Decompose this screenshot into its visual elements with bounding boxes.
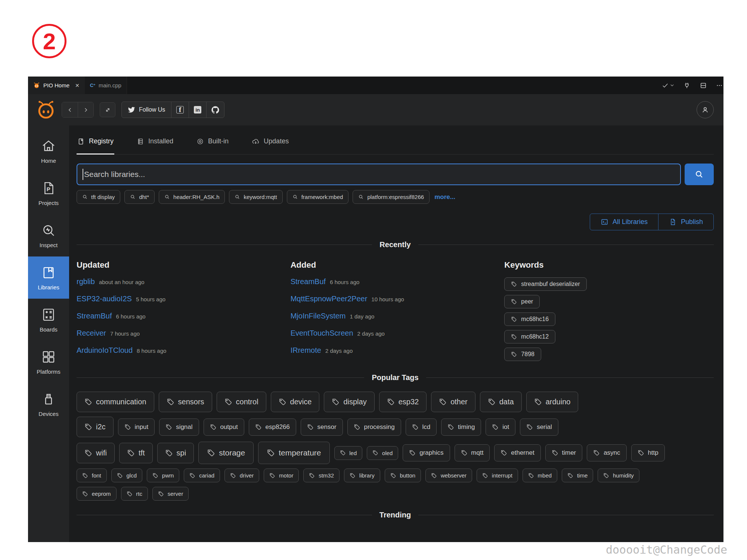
popular-tag-chip[interactable]: pwm — [147, 469, 179, 482]
popular-tag-chip[interactable]: time — [562, 469, 593, 482]
library-name-link[interactable]: MqttEspnowPeer2Peer — [291, 295, 368, 303]
search-example-chip[interactable]: keyword:mqtt — [229, 190, 282, 204]
sidebar-item-home[interactable]: Home — [28, 130, 69, 172]
expand-button[interactable] — [100, 102, 115, 117]
popular-tag-chip[interactable]: processing — [347, 419, 401, 436]
popular-tag-chip[interactable]: button — [385, 469, 421, 482]
tab-installed[interactable]: Installed — [136, 134, 174, 154]
popular-tag-chip[interactable]: iot — [486, 419, 515, 436]
popular-tag-chip[interactable]: tft — [119, 443, 153, 463]
sidebar-item-boards[interactable]: Boards — [28, 299, 69, 341]
popular-tag-chip[interactable]: temperature — [258, 442, 329, 464]
popular-tag-chip[interactable]: async — [587, 444, 626, 461]
all-libraries-button[interactable]: All Libraries — [590, 214, 658, 230]
popular-tag-chip[interactable]: eeprom — [77, 487, 117, 501]
popular-tag-chip[interactable]: stm32 — [303, 469, 340, 482]
popular-tag-chip[interactable]: sensor — [301, 419, 343, 436]
more-actions-button[interactable] — [716, 82, 723, 89]
popular-tag-chip[interactable]: led — [334, 446, 363, 460]
popular-tag-chip[interactable]: motor — [264, 469, 299, 482]
tab-pio-home[interactable]: PIO Home ✕ — [28, 77, 85, 94]
popular-tag-chip[interactable]: font — [77, 469, 107, 482]
publish-button[interactable]: Publish — [658, 214, 713, 230]
keyword-chip[interactable]: peer — [504, 295, 540, 308]
popular-tag-chip[interactable]: esp32 — [379, 392, 427, 412]
library-name-link[interactable]: MjoInFileSystem — [291, 312, 346, 320]
close-icon[interactable]: ✕ — [75, 83, 80, 88]
forward-button[interactable] — [78, 102, 93, 117]
library-name-link[interactable]: Receiver — [77, 329, 106, 337]
library-name-link[interactable]: rgblib — [77, 277, 95, 286]
popular-tag-chip[interactable]: http — [631, 444, 665, 461]
popular-tag-chip[interactable]: serial — [520, 419, 558, 436]
popular-tag-chip[interactable]: mqtt — [455, 444, 490, 461]
library-name-link[interactable]: ArduinoIoTCloud — [77, 346, 133, 354]
popular-tag-chip[interactable]: storage — [198, 442, 254, 464]
tab-registry[interactable]: Registry — [77, 134, 114, 154]
library-name-link[interactable]: IRremote — [291, 346, 321, 354]
popular-tag-chip[interactable]: device — [271, 392, 320, 412]
popular-tag-chip[interactable]: ethernet — [494, 444, 540, 461]
popular-tag-chip[interactable]: communication — [77, 392, 154, 412]
keyword-chip[interactable]: 7898 — [504, 348, 541, 361]
popular-tag-chip[interactable]: oled — [367, 446, 398, 460]
sidebar-item-projects[interactable]: P Projects — [28, 172, 69, 214]
popular-tag-chip[interactable]: webserver — [425, 469, 472, 482]
library-name-link[interactable]: ESP32-audioI2S — [77, 295, 132, 303]
search-example-chip[interactable]: tft display — [77, 190, 120, 204]
popular-tag-chip[interactable]: humidity — [598, 469, 639, 482]
popular-tag-chip[interactable]: driver — [224, 469, 259, 482]
popular-tag-chip[interactable]: cariad — [184, 469, 220, 482]
popular-tag-chip[interactable]: esp8266 — [249, 419, 296, 436]
popular-tag-chip[interactable]: timer — [545, 444, 583, 461]
keyword-chip[interactable]: streambuf deserializer — [504, 277, 586, 291]
popular-tag-chip[interactable]: wifi — [77, 443, 115, 463]
github-button[interactable] — [206, 102, 224, 118]
popular-tag-chip[interactable]: mbed — [523, 469, 557, 482]
library-name-link[interactable]: StreamBuf — [77, 312, 112, 320]
tab-updates[interactable]: Updates — [251, 134, 289, 154]
library-name-link[interactable]: EventTouchScreen — [291, 329, 353, 337]
search-button[interactable] — [685, 164, 714, 185]
keyword-chip[interactable]: mc68hc12 — [504, 330, 555, 343]
popular-tag-chip[interactable]: i2c — [77, 417, 114, 437]
popular-tag-chip[interactable]: control — [217, 392, 266, 412]
back-button[interactable] — [62, 102, 78, 117]
popular-tag-chip[interactable]: sensors — [159, 392, 212, 412]
more-link[interactable]: more... — [434, 193, 455, 201]
popular-tag-chip[interactable]: signal — [159, 419, 199, 436]
popular-tag-chip[interactable]: output — [204, 419, 244, 436]
account-button[interactable] — [697, 101, 714, 118]
popular-tag-chip[interactable]: interrupt — [477, 469, 518, 482]
search-example-chip[interactable]: header:RH_ASK.h — [159, 190, 225, 204]
popular-tag-chip[interactable]: rtc — [121, 487, 148, 501]
popular-tag-chip[interactable]: server — [152, 487, 189, 501]
popular-tag-chip[interactable]: lcd — [406, 419, 437, 436]
library-name-link[interactable]: StreamBuf — [291, 277, 326, 286]
linkedin-button[interactable]: in — [189, 102, 206, 118]
popular-tag-chip[interactable]: timing — [441, 419, 481, 436]
popular-tag-chip[interactable]: glcd — [111, 469, 142, 482]
popular-tag-chip[interactable]: spi — [157, 443, 194, 463]
search-example-chip[interactable]: platform:espressif8266 — [353, 190, 430, 204]
popular-tag-chip[interactable]: other — [431, 392, 475, 412]
search-example-chip[interactable]: dht* — [124, 190, 155, 204]
sidebar-item-inspect[interactable]: Inspect — [28, 214, 69, 256]
search-example-chip[interactable]: framework:mbed — [287, 190, 349, 204]
popular-tag-chip[interactable]: graphics — [403, 444, 450, 461]
debug-plug-button[interactable] — [683, 82, 691, 89]
sidebar-item-devices[interactable]: Devices — [28, 383, 69, 425]
facebook-button[interactable]: f — [171, 102, 189, 118]
keyword-chip[interactable]: mc68hc16 — [504, 312, 555, 326]
sidebar-item-libraries[interactable]: Libraries — [28, 256, 69, 299]
tab-main-cpp[interactable]: C⁺ main.cpp — [85, 77, 127, 94]
run-task-button[interactable] — [661, 82, 674, 89]
popular-tag-chip[interactable]: arduino — [526, 392, 579, 412]
popular-tag-chip[interactable]: data — [480, 392, 522, 412]
split-editor-button[interactable] — [700, 82, 707, 89]
search-input[interactable]: Search libraries... — [77, 164, 681, 185]
follow-us-button[interactable]: Follow Us — [122, 102, 171, 118]
popular-tag-chip[interactable]: library — [344, 469, 380, 482]
popular-tag-chip[interactable]: display — [324, 392, 374, 412]
tab-built-in[interactable]: Built-in — [196, 134, 229, 154]
